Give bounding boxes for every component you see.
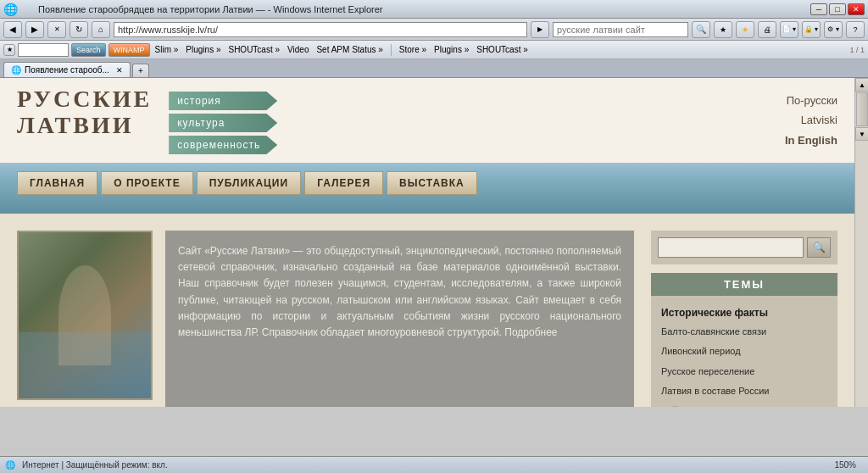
title-bar: 🌐 Появление старообрядцев на территории …: [0, 0, 868, 19]
active-tab[interactable]: 🌐 Появление старооб... ✕: [3, 62, 131, 77]
shoutcast2-menu[interactable]: SHOUTcast »: [474, 45, 531, 54]
stop-button[interactable]: ✕: [47, 21, 66, 38]
page-count: 1 / 1: [849, 46, 865, 54]
safety-button[interactable]: 🔒 ▾: [802, 21, 821, 38]
tab-bar: 🌐 Появление старооб... ✕ +: [0, 59, 868, 78]
site-content: Сайт «Русские Латвии» — это общедоступны…: [17, 231, 634, 407]
search-box: 🔍: [651, 231, 837, 264]
video-menu[interactable]: Video: [285, 45, 311, 54]
plugins2-menu[interactable]: Plugins »: [431, 45, 471, 54]
help-button[interactable]: ?: [846, 21, 865, 38]
nav-gallery[interactable]: ГАЛЕРЕЯ: [304, 171, 383, 195]
forward-button[interactable]: ▶: [25, 21, 44, 38]
browser-window: 🌐 Появление старообрядцев на территории …: [0, 0, 868, 473]
maximize-button[interactable]: □: [829, 3, 846, 15]
go-button[interactable]: ▶: [531, 21, 549, 38]
window-title: Появление старообрядцев на территории Ла…: [38, 4, 383, 14]
home-button[interactable]: ⌂: [92, 21, 110, 38]
bookmark-icon[interactable]: ★: [3, 44, 15, 56]
rss-button[interactable]: ◈: [736, 21, 754, 38]
site-main: Сайт «Русские Латвии» — это общедоступны…: [0, 214, 854, 407]
zoom-level: 150%: [834, 460, 863, 470]
lang-english-link[interactable]: In English: [785, 131, 837, 150]
nav-toolbar: ◀ ▶ ✕ ↻ ⌂ ▶ 🔍 ★ ◈ 🖨 📄 ▾ 🔒 ▾ ⚙ ▾ ?: [0, 19, 868, 41]
nav-history[interactable]: история: [169, 92, 277, 110]
webpage: РУССКИЕ ЛАТВИИ история культура современ…: [0, 78, 854, 407]
nav-culture[interactable]: культура: [169, 114, 277, 132]
lang-latvian-link[interactable]: Latviski: [785, 110, 837, 130]
theme-item-1[interactable]: Балто-славянские связи: [651, 322, 837, 342]
page-button[interactable]: 📄 ▾: [780, 21, 798, 38]
theme-item-0[interactable]: Исторические факты: [651, 301, 837, 322]
themes-box: ТЕМЫ Исторические факты Балто-славянские…: [651, 273, 837, 407]
lang-russian-link[interactable]: По-русски: [785, 91, 837, 110]
site-nav: ГЛАВНАЯ О ПРОЕКТЕ ПУБЛИКАЦИИ ГАЛЕРЕЯ ВЫС…: [0, 163, 854, 214]
scroll-down-button[interactable]: ▼: [855, 127, 868, 141]
secondary-search-input[interactable]: [18, 43, 69, 57]
back-button[interactable]: ◀: [3, 21, 22, 38]
content-image: [17, 231, 153, 400]
description-text: Сайт «Русские Латвии» — это общедоступны…: [178, 243, 621, 341]
language-links: По-русски Latviski In English: [785, 91, 837, 150]
set-apm-menu[interactable]: Set APM Status »: [314, 45, 385, 54]
tools-button[interactable]: ⚙ ▾: [824, 21, 843, 38]
print-button[interactable]: 🖨: [758, 21, 776, 38]
site-header: РУССКИЕ ЛАТВИИ история культура современ…: [0, 78, 854, 163]
slim-menu[interactable]: Slim »: [153, 45, 181, 54]
nav-modern[interactable]: современность: [169, 136, 277, 154]
close-button[interactable]: ✕: [848, 3, 865, 15]
close-tab-icon[interactable]: ✕: [116, 66, 123, 75]
logo-text: РУССКИЕ ЛАТВИИ: [17, 86, 152, 139]
favorites-button[interactable]: ★: [714, 21, 732, 38]
nav-about[interactable]: О ПРОЕКТЕ: [101, 171, 192, 195]
page-load-icon: 🌐: [5, 460, 15, 470]
theme-item-5[interactable]: Война 1812 года: [651, 401, 837, 407]
site-logo: РУССКИЕ ЛАТВИИ история культура современ…: [17, 86, 277, 154]
tab-label: Появление старооб...: [25, 65, 109, 75]
store-menu[interactable]: Store »: [397, 45, 429, 54]
refresh-button[interactable]: ↻: [70, 21, 88, 38]
browser-search-button[interactable]: 🔍: [692, 21, 710, 38]
scroll-up-button[interactable]: ▲: [855, 78, 868, 92]
search-button[interactable]: Search: [71, 43, 106, 57]
scroll-thumb[interactable]: [856, 92, 868, 126]
logo-nav: история культура современность: [169, 92, 277, 154]
theme-item-4[interactable]: Латвия в составе России: [651, 381, 837, 401]
nav-home[interactable]: ГЛАВНАЯ: [17, 171, 97, 195]
theme-item-3[interactable]: Русское переселение: [651, 362, 837, 381]
nav-buttons: ГЛАВНАЯ О ПРОЕКТЕ ПУБЛИКАЦИИ ГАЛЕРЕЯ ВЫС…: [0, 163, 854, 203]
new-tab-button[interactable]: +: [132, 64, 149, 77]
plugins-menu[interactable]: Plugins »: [183, 45, 223, 54]
sidebar: 🔍 ТЕМЫ Исторические факты Балто-славянск…: [651, 231, 837, 407]
site-search-button[interactable]: 🔍: [807, 237, 831, 258]
themes-list: Исторические факты Балто-славянские связ…: [651, 296, 837, 407]
status-text: Интернет | Защищённый режим: вкл.: [15, 460, 834, 470]
shoutcast-menu[interactable]: SHOUTcast »: [225, 45, 282, 54]
site-search-input[interactable]: [658, 237, 804, 258]
nav-exhibition[interactable]: ВЫСТАВКА: [387, 171, 477, 195]
browser-search-input[interactable]: [553, 22, 688, 37]
winamp-button[interactable]: WINAMP: [108, 43, 150, 57]
address-bar[interactable]: [114, 22, 527, 37]
theme-item-2[interactable]: Ливонский период: [651, 342, 837, 361]
window-controls: ─ □ ✕: [810, 3, 865, 15]
scrollbar[interactable]: ▲ ▼: [854, 78, 868, 407]
themes-header: ТЕМЫ: [651, 273, 837, 296]
content-text: Сайт «Русские Латвии» — это общедоступны…: [165, 231, 634, 407]
nav-publications[interactable]: ПУБЛИКАЦИИ: [197, 171, 301, 195]
secondary-toolbar: ★ Search WINAMP Slim » Plugins » SHOUTca…: [0, 41, 868, 59]
content-area: РУССКИЕ ЛАТВИИ история культура современ…: [0, 78, 868, 407]
minimize-button[interactable]: ─: [810, 3, 827, 15]
status-bar: 🌐 Интернет | Защищённый режим: вкл. 150%: [0, 456, 868, 473]
